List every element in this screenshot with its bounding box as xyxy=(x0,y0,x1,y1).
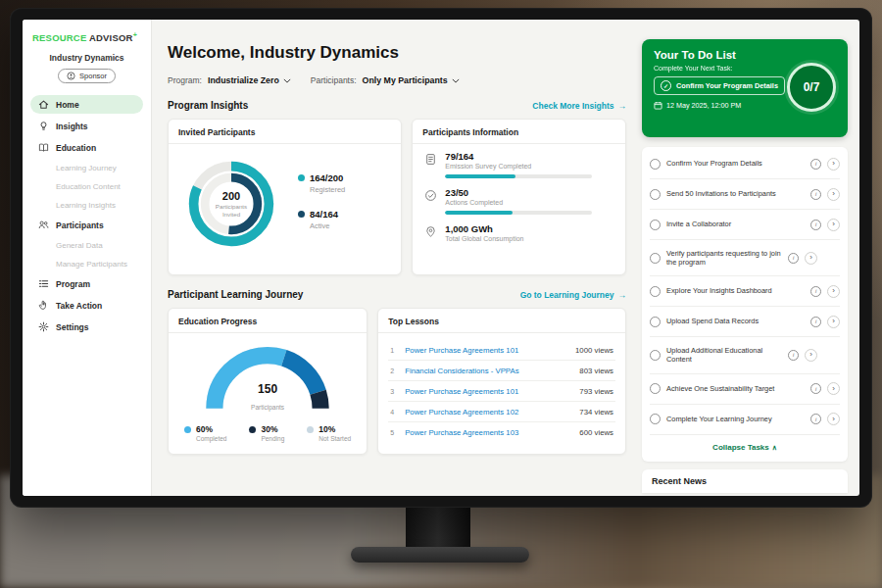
info-icon[interactable]: i xyxy=(810,286,821,297)
sidebar-item-take-action[interactable]: Take Action xyxy=(30,296,143,315)
monitor-stand-neck xyxy=(406,502,470,553)
chevron-right-icon[interactable]: › xyxy=(827,158,840,171)
chevron-right-icon[interactable]: › xyxy=(827,382,840,395)
todo-task-row[interactable]: Send 50 Invitations to Participants i › xyxy=(650,179,840,210)
sponsor-label: Sponsor xyxy=(79,72,107,80)
invited-participants-card: Invited Participants xyxy=(168,119,402,275)
program-filter-dropdown[interactable]: Industrialize Zero xyxy=(208,75,291,85)
legend-value: 164/200 xyxy=(310,172,343,183)
info-icon[interactable]: i xyxy=(810,159,821,170)
sidebar-item-label: Participants xyxy=(56,220,104,230)
info-icon[interactable]: i xyxy=(810,220,821,230)
card-title: Education Progress xyxy=(178,317,357,326)
task-label: Achieve One Sustainability Target xyxy=(666,384,805,394)
info-value: 23/50 xyxy=(445,187,592,198)
donut-center-label: 200 Participants Invited xyxy=(184,157,278,251)
sidebar-nav: Home Insights Education Learning Journey xyxy=(30,95,143,336)
sidebar-item-insights[interactable]: Insights xyxy=(30,117,143,135)
todo-task-row[interactable]: Confirm Your Program Details i › xyxy=(650,149,840,179)
sponsor-badge[interactable]: Sponsor xyxy=(58,69,116,83)
divider xyxy=(169,143,401,144)
donut-center-value: 200 xyxy=(222,190,240,202)
sidebar-item-general-data[interactable]: General Data xyxy=(30,237,143,253)
todo-task-row[interactable]: Achieve One Sustainability Target i › xyxy=(650,374,840,405)
collapse-tasks-button[interactable]: Collapse Tasks∧ xyxy=(650,435,840,460)
participants-filter-dropdown[interactable]: Only My Participants xyxy=(363,75,460,85)
info-icon[interactable]: i xyxy=(788,253,799,264)
lesson-rank: 4 xyxy=(390,409,398,416)
chevron-right-icon[interactable]: › xyxy=(827,316,840,328)
info-icon[interactable]: i xyxy=(788,350,799,361)
todo-task-row[interactable]: Explore Your Insights Dashboard i › xyxy=(650,276,840,307)
checkbox-icon[interactable] xyxy=(650,317,661,327)
info-value: 1,000 GWh xyxy=(445,223,523,234)
info-icon[interactable]: i xyxy=(810,189,821,200)
next-task-chip[interactable]: ✓ Confirm Your Program Details xyxy=(654,76,785,95)
chevron-right-icon[interactable]: › xyxy=(805,252,817,265)
insights-icon xyxy=(38,121,49,131)
sidebar-item-learning-journey[interactable]: Learning Journey xyxy=(30,160,143,175)
check-more-insights-link[interactable]: Check More Insights → xyxy=(532,101,626,111)
legend-label: Not Started xyxy=(318,435,351,442)
lesson-link[interactable]: Power Purchase Agreements 101 xyxy=(405,346,568,355)
sidebar-item-label: Manage Participants xyxy=(56,260,127,269)
checkbox-icon[interactable] xyxy=(650,350,661,361)
lesson-link[interactable]: Financial Considerations - VPPAs xyxy=(405,367,572,375)
chevron-right-icon[interactable]: › xyxy=(827,219,840,231)
checkbox-icon[interactable] xyxy=(650,414,661,424)
chevron-right-icon[interactable]: › xyxy=(827,413,840,425)
sidebar-item-manage-participants[interactable]: Manage Participants xyxy=(30,256,143,271)
lesson-link[interactable]: Power Purchase Agreements 101 xyxy=(405,387,572,396)
learning-journey-header: Participant Learning Journey Go to Learn… xyxy=(168,289,626,300)
info-value: 79/164 xyxy=(445,151,592,162)
sidebar-item-label: Insights xyxy=(56,122,88,131)
checkbox-icon[interactable] xyxy=(650,189,661,200)
arrow-right-icon: → xyxy=(618,101,627,111)
sidebar-item-learning-insights[interactable]: Learning Insights xyxy=(30,197,143,213)
info-icon[interactable]: i xyxy=(810,383,821,394)
sidebar-item-education-content[interactable]: Education Content xyxy=(30,178,143,194)
task-label: Confirm Your Program Details xyxy=(666,159,805,169)
sidebar-item-program[interactable]: Program xyxy=(30,274,143,293)
lesson-link[interactable]: Power Purchase Agreements 102 xyxy=(405,408,572,416)
legend-value: 30% xyxy=(261,424,277,434)
lesson-row: 3 Power Purchase Agreements 101 793 view… xyxy=(388,381,615,402)
info-row-consumption: 1,000 GWh Total Global Consumption xyxy=(424,223,615,242)
todo-task-row[interactable]: Invite a Collaborator i › xyxy=(650,210,840,240)
lesson-views: 793 views xyxy=(579,387,613,396)
todo-task-row[interactable]: Verify participants requesting to join t… xyxy=(650,240,840,276)
todo-task-row[interactable]: Upload Additional Educational Content i … xyxy=(650,337,840,373)
legend-value: 60% xyxy=(196,424,213,434)
todo-task-row[interactable]: Complete Your Learning Journey i › xyxy=(650,405,840,435)
sidebar-item-education[interactable]: Education xyxy=(30,138,143,157)
sidebar-item-home[interactable]: Home xyxy=(30,95,143,114)
gauge-center-caption: Participants xyxy=(251,404,284,411)
checkbox-icon[interactable] xyxy=(650,220,661,230)
checkbox-icon[interactable] xyxy=(650,383,661,394)
sidebar-item-settings[interactable]: Settings xyxy=(30,318,143,336)
go-to-learning-journey-link[interactable]: Go to Learning Journey → xyxy=(520,290,626,300)
todo-header-card: Your To Do List Complete Your Next Task:… xyxy=(642,39,848,137)
checkbox-icon[interactable] xyxy=(650,253,661,264)
divider xyxy=(378,332,625,333)
brand-secondary: ADVISOR xyxy=(89,32,133,43)
sidebar-item-participants[interactable]: Participants xyxy=(30,216,143,234)
info-row-actions: 23/50 Actions Completed xyxy=(424,187,615,215)
chevron-right-icon[interactable]: › xyxy=(827,285,840,298)
lesson-link[interactable]: Power Purchase Agreements 103 xyxy=(405,428,572,437)
card-title: Invited Participants xyxy=(178,127,391,137)
legend-dot xyxy=(298,211,305,218)
home-icon xyxy=(38,99,49,110)
checkbox-icon[interactable] xyxy=(650,286,661,297)
chevron-right-icon[interactable]: › xyxy=(805,349,817,362)
gauge-center-value: 150 xyxy=(203,383,332,396)
todo-task-row[interactable]: Upload Spend Data Records i › xyxy=(650,307,840,337)
chevron-right-icon[interactable]: › xyxy=(827,188,840,201)
legend-item-active: 84/164 Active xyxy=(298,209,345,230)
arrow-right-icon: → xyxy=(618,290,627,300)
donut-legend: 164/200 Registered 84/164 Active xyxy=(298,172,345,245)
info-icon[interactable]: i xyxy=(810,317,821,327)
settings-icon xyxy=(38,321,49,332)
info-icon[interactable]: i xyxy=(810,414,821,424)
checkbox-icon[interactable] xyxy=(650,159,661,170)
